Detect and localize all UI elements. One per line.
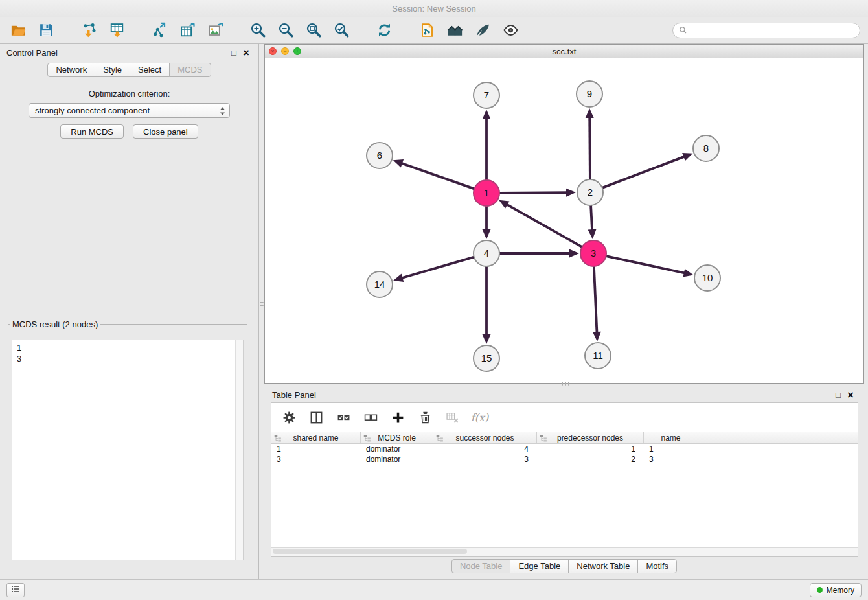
memory-label: Memory <box>827 586 854 595</box>
trash-icon[interactable] <box>417 409 434 426</box>
status-menu-button[interactable] <box>6 583 25 597</box>
graph-node-8[interactable]: 8 <box>693 135 719 161</box>
delete-table-icon[interactable] <box>444 409 461 426</box>
svg-text:15: 15 <box>481 352 492 363</box>
graph-edge-3-1[interactable] <box>499 200 582 247</box>
graph-edge-1-4[interactable] <box>483 206 491 239</box>
table-row[interactable]: 3dominator323 <box>271 454 858 465</box>
graph-node-15[interactable]: 15 <box>474 345 499 371</box>
zoom-window-button[interactable]: + <box>293 47 301 55</box>
column-header-predecessor-nodes[interactable]: predecessor nodes <box>537 432 644 443</box>
criterion-select-value: strongly connected component <box>35 106 150 115</box>
table-content: f(x) shared nameMCDS rolesuccessor nodes… <box>271 402 858 557</box>
graph-node-6[interactable]: 6 <box>367 143 393 168</box>
minimize-window-button[interactable]: − <box>281 47 289 55</box>
graph-edge-4-3[interactable] <box>499 249 579 258</box>
table-row[interactable]: 1dominator411 <box>271 444 858 454</box>
column-header-mcds-role[interactable]: MCDS role <box>361 432 433 443</box>
graph-edge-4-15[interactable] <box>483 266 491 344</box>
column-header-shared-name[interactable]: shared name <box>271 432 361 443</box>
zoom-selected-icon[interactable] <box>331 20 352 41</box>
network-canvas[interactable]: 7968123414101511 <box>265 58 863 383</box>
graph-edge-2-9[interactable] <box>586 108 594 179</box>
graph-edge-1-6[interactable] <box>393 159 474 189</box>
add-icon[interactable] <box>389 409 407 426</box>
graph-edge-1-7[interactable] <box>483 110 491 180</box>
close-panel-button[interactable]: Close panel <box>133 124 198 139</box>
table-panel-header: Table Panel □ × <box>264 387 864 402</box>
table-tab-motifs[interactable]: Motifs <box>637 559 677 573</box>
svg-text:3: 3 <box>591 248 596 259</box>
graph-node-14[interactable]: 14 <box>367 271 393 297</box>
zoom-in-icon[interactable] <box>247 20 268 41</box>
graph-node-9[interactable]: 9 <box>577 81 602 107</box>
graph-edge-3-10[interactable] <box>606 256 694 277</box>
graph-edge-4-14[interactable] <box>393 257 474 282</box>
table-tabs: Node TableEdge TableNetwork TableMotifs <box>264 559 864 573</box>
graph-edge-2-3[interactable] <box>588 205 597 239</box>
export-network-icon[interactable] <box>149 20 170 41</box>
zoom-out-icon[interactable] <box>275 20 296 41</box>
criterion-select[interactable]: strongly connected component <box>29 103 230 118</box>
refresh-icon[interactable] <box>374 20 394 41</box>
save-icon[interactable] <box>36 20 56 41</box>
table-horizontal-scrollbar[interactable] <box>271 547 858 556</box>
column-header-name[interactable]: name <box>644 432 698 443</box>
tab-style[interactable]: Style <box>95 63 130 77</box>
first-neighbors-icon[interactable] <box>417 20 437 41</box>
result-item[interactable]: 1 <box>17 342 236 353</box>
tab-network[interactable]: Network <box>47 63 95 77</box>
column-header-successor-nodes[interactable]: successor nodes <box>433 432 537 443</box>
graph-node-7[interactable]: 7 <box>474 82 499 108</box>
search-input[interactable] <box>691 25 854 36</box>
graph-node-10[interactable]: 10 <box>694 265 720 291</box>
float-panel-icon[interactable]: □ <box>227 48 240 58</box>
graph-node-4[interactable]: 4 <box>474 240 499 266</box>
close-table-panel-icon[interactable]: × <box>845 389 856 400</box>
result-scrollbar[interactable] <box>235 340 243 560</box>
mcds-result-box: 13 <box>12 340 244 560</box>
graph-edge-1-2[interactable] <box>499 189 576 197</box>
scrollbar-thumb[interactable] <box>273 549 467 554</box>
network-window-title: scc.txt <box>265 47 863 56</box>
memory-button[interactable]: Memory <box>810 583 862 597</box>
style-brush-icon[interactable] <box>472 20 493 41</box>
close-panel-icon[interactable]: × <box>240 47 252 58</box>
zoom-fit-icon[interactable] <box>303 20 324 41</box>
graph-edge-2-8[interactable] <box>602 153 693 188</box>
graph-node-2[interactable]: 2 <box>577 179 603 205</box>
columns-icon[interactable] <box>308 409 325 426</box>
table-tab-network-table[interactable]: Network Table <box>568 559 638 573</box>
import-network-icon[interactable] <box>78 20 99 41</box>
graph-node-1[interactable]: 1 <box>474 180 499 206</box>
import-table-icon[interactable] <box>106 20 127 41</box>
horizontal-splitter-handle[interactable] <box>554 381 577 386</box>
toolbar-separator <box>63 30 71 30</box>
export-image-icon[interactable] <box>205 20 225 41</box>
houses-icon[interactable] <box>444 20 465 41</box>
tab-select[interactable]: Select <box>130 63 170 77</box>
float-table-panel-icon[interactable]: □ <box>832 390 845 400</box>
open-folder-icon[interactable] <box>8 20 29 41</box>
fx-icon[interactable]: f(x) <box>471 409 488 426</box>
deselect-all-icon[interactable] <box>362 409 380 426</box>
table-tab-node-table[interactable]: Node Table <box>451 559 511 573</box>
graph-node-11[interactable]: 11 <box>585 343 611 369</box>
graph-edge-3-11[interactable] <box>593 266 601 341</box>
close-window-button[interactable]: × <box>269 47 277 55</box>
select-all-icon[interactable] <box>335 409 352 426</box>
table-cell: 4 <box>433 444 537 454</box>
result-item[interactable]: 3 <box>17 353 236 364</box>
run-mcds-button[interactable]: Run MCDS <box>60 124 124 139</box>
export-table-icon[interactable] <box>177 20 198 41</box>
table-tab-edge-table[interactable]: Edge Table <box>510 559 569 573</box>
gear-icon[interactable] <box>280 409 298 426</box>
eye-icon[interactable] <box>500 20 521 41</box>
tab-mcds[interactable]: MCDS <box>169 63 211 77</box>
search-icon <box>678 25 688 35</box>
vertical-splitter-handle[interactable] <box>259 293 264 315</box>
table-cell: dominator <box>361 444 433 454</box>
graph-node-3[interactable]: 3 <box>580 240 606 266</box>
optimization-label: Optimization criterion: <box>0 89 258 98</box>
network-window-titlebar[interactable]: scc.txt × − + <box>265 45 863 58</box>
